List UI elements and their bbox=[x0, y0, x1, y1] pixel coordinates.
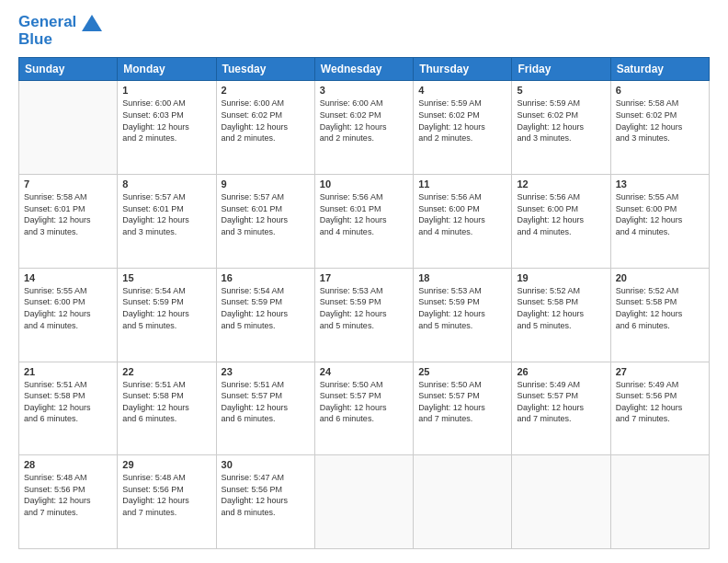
week-row-2: 14Sunrise: 5:55 AM Sunset: 6:00 PM Dayli… bbox=[19, 268, 710, 362]
calendar-cell: 14Sunrise: 5:55 AM Sunset: 6:00 PM Dayli… bbox=[19, 268, 118, 362]
calendar-cell: 18Sunrise: 5:53 AM Sunset: 5:59 PM Dayli… bbox=[414, 268, 512, 362]
weekday-wednesday: Wednesday bbox=[314, 58, 413, 81]
day-number: 23 bbox=[222, 366, 310, 377]
day-info: Sunrise: 5:53 AM Sunset: 5:59 PM Dayligh… bbox=[418, 285, 506, 331]
calendar-cell: 24Sunrise: 5:50 AM Sunset: 5:57 PM Dayli… bbox=[314, 362, 413, 455]
day-number: 3 bbox=[320, 85, 408, 96]
day-info: Sunrise: 6:00 AM Sunset: 6:02 PM Dayligh… bbox=[320, 98, 408, 144]
day-number: 4 bbox=[418, 85, 506, 96]
day-info: Sunrise: 5:58 AM Sunset: 6:01 PM Dayligh… bbox=[24, 191, 112, 237]
week-row-4: 28Sunrise: 5:48 AM Sunset: 5:56 PM Dayli… bbox=[19, 455, 710, 549]
day-number: 22 bbox=[122, 366, 210, 377]
calendar-cell: 11Sunrise: 5:56 AM Sunset: 6:00 PM Dayli… bbox=[414, 175, 512, 269]
day-info: Sunrise: 5:55 AM Sunset: 6:00 PM Dayligh… bbox=[24, 285, 112, 331]
calendar-cell: 5Sunrise: 5:59 AM Sunset: 6:02 PM Daylig… bbox=[512, 81, 610, 175]
calendar-cell: 7Sunrise: 5:58 AM Sunset: 6:01 PM Daylig… bbox=[19, 175, 118, 269]
calendar-table: SundayMondayTuesdayWednesdayThursdayFrid… bbox=[18, 57, 710, 549]
calendar-cell: 15Sunrise: 5:54 AM Sunset: 5:59 PM Dayli… bbox=[118, 268, 216, 362]
calendar-cell: 26Sunrise: 5:49 AM Sunset: 5:57 PM Dayli… bbox=[512, 362, 610, 455]
calendar-cell: 12Sunrise: 5:56 AM Sunset: 6:00 PM Dayli… bbox=[512, 175, 610, 269]
day-info: Sunrise: 5:51 AM Sunset: 5:57 PM Dayligh… bbox=[222, 379, 310, 425]
day-info: Sunrise: 5:47 AM Sunset: 5:56 PM Dayligh… bbox=[222, 472, 310, 518]
calendar-cell: 1Sunrise: 6:00 AM Sunset: 6:03 PM Daylig… bbox=[118, 81, 216, 175]
calendar-body: 1Sunrise: 6:00 AM Sunset: 6:03 PM Daylig… bbox=[19, 81, 710, 549]
day-info: Sunrise: 5:49 AM Sunset: 5:57 PM Dayligh… bbox=[517, 379, 605, 425]
day-info: Sunrise: 5:51 AM Sunset: 5:58 PM Dayligh… bbox=[122, 379, 210, 425]
day-info: Sunrise: 6:00 AM Sunset: 6:02 PM Dayligh… bbox=[222, 98, 310, 144]
calendar-cell: 30Sunrise: 5:47 AM Sunset: 5:56 PM Dayli… bbox=[216, 455, 314, 549]
calendar-cell: 22Sunrise: 5:51 AM Sunset: 5:58 PM Dayli… bbox=[118, 362, 216, 455]
calendar-cell: 6Sunrise: 5:58 AM Sunset: 6:02 PM Daylig… bbox=[610, 81, 709, 175]
weekday-sunday: Sunday bbox=[19, 58, 118, 81]
logo-blue: Blue bbox=[18, 31, 103, 49]
day-number: 2 bbox=[222, 85, 310, 96]
weekday-header-row: SundayMondayTuesdayWednesdayThursdayFrid… bbox=[19, 58, 710, 81]
day-info: Sunrise: 5:52 AM Sunset: 5:58 PM Dayligh… bbox=[517, 285, 605, 331]
day-number: 17 bbox=[320, 272, 408, 283]
day-number: 15 bbox=[122, 272, 210, 283]
day-number: 1 bbox=[122, 85, 210, 96]
calendar-cell: 21Sunrise: 5:51 AM Sunset: 5:58 PM Dayli… bbox=[19, 362, 118, 455]
day-number: 30 bbox=[222, 459, 310, 470]
day-number: 16 bbox=[222, 272, 310, 283]
day-info: Sunrise: 5:48 AM Sunset: 5:56 PM Dayligh… bbox=[24, 472, 112, 518]
day-info: Sunrise: 5:56 AM Sunset: 6:00 PM Dayligh… bbox=[517, 191, 605, 237]
calendar-cell bbox=[314, 455, 413, 549]
calendar-cell: 8Sunrise: 5:57 AM Sunset: 6:01 PM Daylig… bbox=[118, 175, 216, 269]
day-info: Sunrise: 5:58 AM Sunset: 6:02 PM Dayligh… bbox=[616, 98, 704, 144]
day-info: Sunrise: 5:50 AM Sunset: 5:57 PM Dayligh… bbox=[418, 379, 506, 425]
day-number: 18 bbox=[418, 272, 506, 283]
day-info: Sunrise: 5:50 AM Sunset: 5:57 PM Dayligh… bbox=[320, 379, 408, 425]
weekday-friday: Friday bbox=[512, 58, 610, 81]
calendar-cell: 9Sunrise: 5:57 AM Sunset: 6:01 PM Daylig… bbox=[216, 175, 314, 269]
week-row-3: 21Sunrise: 5:51 AM Sunset: 5:58 PM Dayli… bbox=[19, 362, 710, 455]
calendar-cell: 27Sunrise: 5:49 AM Sunset: 5:56 PM Dayli… bbox=[610, 362, 709, 455]
day-number: 27 bbox=[616, 366, 704, 377]
day-number: 28 bbox=[24, 459, 112, 470]
calendar-cell: 20Sunrise: 5:52 AM Sunset: 5:58 PM Dayli… bbox=[610, 268, 709, 362]
day-number: 13 bbox=[616, 178, 704, 190]
day-number: 29 bbox=[122, 459, 210, 470]
day-info: Sunrise: 5:57 AM Sunset: 6:01 PM Dayligh… bbox=[122, 191, 210, 237]
weekday-tuesday: Tuesday bbox=[216, 58, 314, 81]
day-number: 25 bbox=[418, 366, 506, 377]
calendar-cell: 3Sunrise: 6:00 AM Sunset: 6:02 PM Daylig… bbox=[314, 81, 413, 175]
day-info: Sunrise: 5:54 AM Sunset: 5:59 PM Dayligh… bbox=[122, 285, 210, 331]
day-info: Sunrise: 5:59 AM Sunset: 6:02 PM Dayligh… bbox=[418, 98, 506, 144]
day-info: Sunrise: 5:54 AM Sunset: 5:59 PM Dayligh… bbox=[222, 285, 310, 331]
header: General Blue bbox=[18, 14, 710, 48]
day-number: 8 bbox=[122, 178, 210, 190]
calendar-cell bbox=[19, 81, 118, 175]
weekday-monday: Monday bbox=[118, 58, 216, 81]
calendar-cell bbox=[512, 455, 610, 549]
calendar-cell: 23Sunrise: 5:51 AM Sunset: 5:57 PM Dayli… bbox=[216, 362, 314, 455]
calendar-cell bbox=[414, 455, 512, 549]
calendar-cell: 16Sunrise: 5:54 AM Sunset: 5:59 PM Dayli… bbox=[216, 268, 314, 362]
day-number: 12 bbox=[517, 178, 605, 190]
day-info: Sunrise: 5:56 AM Sunset: 6:01 PM Dayligh… bbox=[320, 191, 408, 237]
calendar-cell: 10Sunrise: 5:56 AM Sunset: 6:01 PM Dayli… bbox=[314, 175, 413, 269]
day-number: 6 bbox=[616, 85, 704, 96]
day-number: 24 bbox=[320, 366, 408, 377]
day-info: Sunrise: 5:48 AM Sunset: 5:56 PM Dayligh… bbox=[122, 472, 210, 518]
day-info: Sunrise: 5:49 AM Sunset: 5:56 PM Dayligh… bbox=[616, 379, 704, 425]
day-number: 9 bbox=[222, 178, 310, 190]
week-row-1: 7Sunrise: 5:58 AM Sunset: 6:01 PM Daylig… bbox=[19, 175, 710, 269]
calendar-cell: 2Sunrise: 6:00 AM Sunset: 6:02 PM Daylig… bbox=[216, 81, 314, 175]
day-info: Sunrise: 6:00 AM Sunset: 6:03 PM Dayligh… bbox=[122, 98, 210, 144]
day-number: 5 bbox=[517, 85, 605, 96]
day-number: 20 bbox=[616, 272, 704, 283]
week-row-0: 1Sunrise: 6:00 AM Sunset: 6:03 PM Daylig… bbox=[19, 81, 710, 175]
day-info: Sunrise: 5:52 AM Sunset: 5:58 PM Dayligh… bbox=[616, 285, 704, 331]
svg-marker-0 bbox=[82, 15, 102, 31]
calendar-cell: 29Sunrise: 5:48 AM Sunset: 5:56 PM Dayli… bbox=[118, 455, 216, 549]
day-info: Sunrise: 5:59 AM Sunset: 6:02 PM Dayligh… bbox=[517, 98, 605, 144]
page: General Blue SundayMondayTuesdayWednesda… bbox=[0, 0, 728, 563]
weekday-saturday: Saturday bbox=[610, 58, 709, 81]
calendar-cell: 28Sunrise: 5:48 AM Sunset: 5:56 PM Dayli… bbox=[19, 455, 118, 549]
day-info: Sunrise: 5:53 AM Sunset: 5:59 PM Dayligh… bbox=[320, 285, 408, 331]
day-number: 26 bbox=[517, 366, 605, 377]
calendar-cell bbox=[610, 455, 709, 549]
day-info: Sunrise: 5:56 AM Sunset: 6:00 PM Dayligh… bbox=[418, 191, 506, 237]
calendar-cell: 25Sunrise: 5:50 AM Sunset: 5:57 PM Dayli… bbox=[414, 362, 512, 455]
